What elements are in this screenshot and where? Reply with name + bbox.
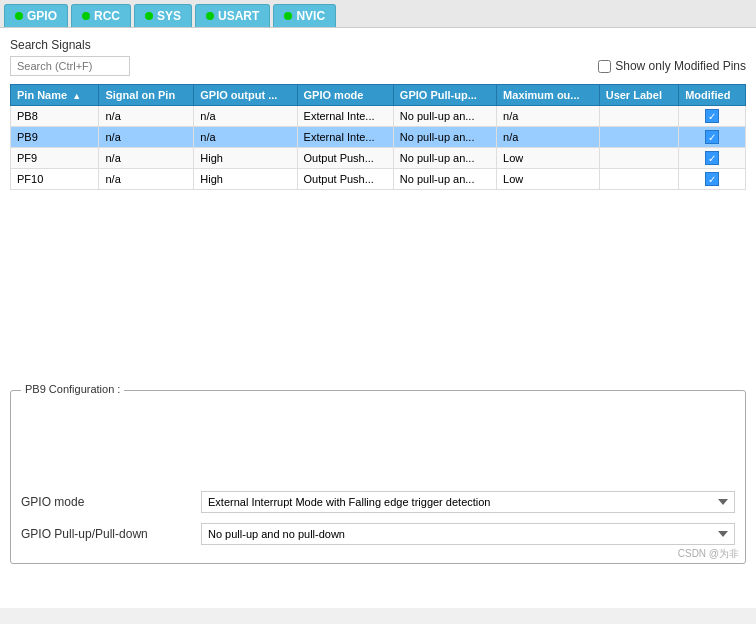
table-row[interactable]: PB9n/an/aExternal Inte...No pull-up an..… (11, 127, 746, 148)
tab-label-nvic: NVIC (296, 9, 325, 23)
tab-label-rcc: RCC (94, 9, 120, 23)
cell-gpio_mode: Output Push... (297, 169, 393, 190)
col-user-label[interactable]: User Label (599, 85, 678, 106)
cell-signal_on_pin: n/a (99, 169, 194, 190)
tab-usart[interactable]: USART (195, 4, 270, 27)
signal-table: Pin Name ▲ Signal on Pin GPIO output ...… (10, 84, 746, 190)
cell-pin_name: PF10 (11, 169, 99, 190)
tab-dot-gpio (15, 12, 23, 20)
cell-signal_on_pin: n/a (99, 106, 194, 127)
col-gpio-pullup[interactable]: GPIO Pull-up... (393, 85, 496, 106)
modified-cell: ✓ (679, 148, 746, 169)
tab-dot-usart (206, 12, 214, 20)
main-content: Search Signals Show only Modified Pins P… (0, 28, 756, 608)
cell-maximum_output: Low (497, 169, 600, 190)
config-panel-title: PB9 Configuration : (21, 383, 124, 395)
cell-gpio_mode: External Inte... (297, 127, 393, 148)
cell-signal_on_pin: n/a (99, 148, 194, 169)
tab-sys[interactable]: SYS (134, 4, 192, 27)
cell-gpio_output: High (194, 169, 297, 190)
gpio-mode-row: GPIO mode External Interrupt Mode with F… (21, 491, 735, 513)
cell-pin_name: PB8 (11, 106, 99, 127)
gpio-mode-select[interactable]: External Interrupt Mode with Falling edg… (201, 491, 735, 513)
search-section: Search Signals Show only Modified Pins (10, 38, 746, 76)
col-modified[interactable]: Modified (679, 85, 746, 106)
gpio-pullup-select[interactable]: No pull-up and no pull-downPull-upPull-d… (201, 523, 735, 545)
cell-user_label (599, 148, 678, 169)
col-pin-name[interactable]: Pin Name ▲ (11, 85, 99, 106)
cell-gpio_pullup: No pull-up an... (393, 106, 496, 127)
tab-label-usart: USART (218, 9, 259, 23)
cell-user_label (599, 106, 678, 127)
table-row[interactable]: PB8n/an/aExternal Inte...No pull-up an..… (11, 106, 746, 127)
modified-checkbox[interactable]: ✓ (705, 172, 719, 186)
table-row[interactable]: PF9n/aHighOutput Push...No pull-up an...… (11, 148, 746, 169)
search-section-label: Search Signals (10, 38, 746, 52)
col-gpio-output[interactable]: GPIO output ... (194, 85, 297, 106)
table-header-row: Pin Name ▲ Signal on Pin GPIO output ...… (11, 85, 746, 106)
modified-cell: ✓ (679, 106, 746, 127)
cell-gpio_pullup: No pull-up an... (393, 148, 496, 169)
modified-cell: ✓ (679, 169, 746, 190)
tab-nvic[interactable]: NVIC (273, 4, 336, 27)
tab-gpio[interactable]: GPIO (4, 4, 68, 27)
modified-checkbox[interactable]: ✓ (705, 151, 719, 165)
modified-checkbox[interactable]: ✓ (705, 109, 719, 123)
tab-label-gpio: GPIO (27, 9, 57, 23)
tab-dot-sys (145, 12, 153, 20)
col-signal-on-pin[interactable]: Signal on Pin (99, 85, 194, 106)
cell-gpio_mode: Output Push... (297, 148, 393, 169)
tab-rcc[interactable]: RCC (71, 4, 131, 27)
gpio-pullup-label: GPIO Pull-up/Pull-down (21, 527, 201, 541)
cell-pin_name: PB9 (11, 127, 99, 148)
config-panel: PB9 Configuration : GPIO mode External I… (10, 390, 746, 564)
cell-gpio_output: High (194, 148, 297, 169)
gpio-mode-label: GPIO mode (21, 495, 201, 509)
search-input[interactable] (10, 56, 130, 76)
tab-bar: GPIORCCSYSUSARTNVIC (0, 0, 756, 28)
sort-arrow-icon: ▲ (72, 91, 81, 101)
col-maximum-output[interactable]: Maximum ou... (497, 85, 600, 106)
table-row[interactable]: PF10n/aHighOutput Push...No pull-up an..… (11, 169, 746, 190)
show-modified-label-text: Show only Modified Pins (615, 59, 746, 73)
show-modified-container: Show only Modified Pins (598, 59, 746, 73)
cell-signal_on_pin: n/a (99, 127, 194, 148)
table-body: PB8n/an/aExternal Inte...No pull-up an..… (11, 106, 746, 190)
cell-user_label (599, 127, 678, 148)
watermark-text: CSDN @为非 (678, 547, 739, 561)
cell-maximum_output: n/a (497, 106, 600, 127)
config-area (21, 401, 735, 481)
modified-cell: ✓ (679, 127, 746, 148)
search-row: Show only Modified Pins (10, 56, 746, 76)
modified-checkbox[interactable]: ✓ (705, 130, 719, 144)
cell-pin_name: PF9 (11, 148, 99, 169)
cell-gpio_output: n/a (194, 127, 297, 148)
gpio-pullup-row: GPIO Pull-up/Pull-down No pull-up and no… (21, 523, 735, 545)
cell-gpio_pullup: No pull-up an... (393, 169, 496, 190)
tab-label-sys: SYS (157, 9, 181, 23)
show-modified-checkbox[interactable] (598, 60, 611, 73)
col-gpio-mode[interactable]: GPIO mode (297, 85, 393, 106)
cell-maximum_output: Low (497, 148, 600, 169)
cell-maximum_output: n/a (497, 127, 600, 148)
cell-gpio_mode: External Inte... (297, 106, 393, 127)
cell-gpio_pullup: No pull-up an... (393, 127, 496, 148)
tab-dot-nvic (284, 12, 292, 20)
cell-gpio_output: n/a (194, 106, 297, 127)
tab-dot-rcc (82, 12, 90, 20)
table-header: Pin Name ▲ Signal on Pin GPIO output ...… (11, 85, 746, 106)
cell-user_label (599, 169, 678, 190)
